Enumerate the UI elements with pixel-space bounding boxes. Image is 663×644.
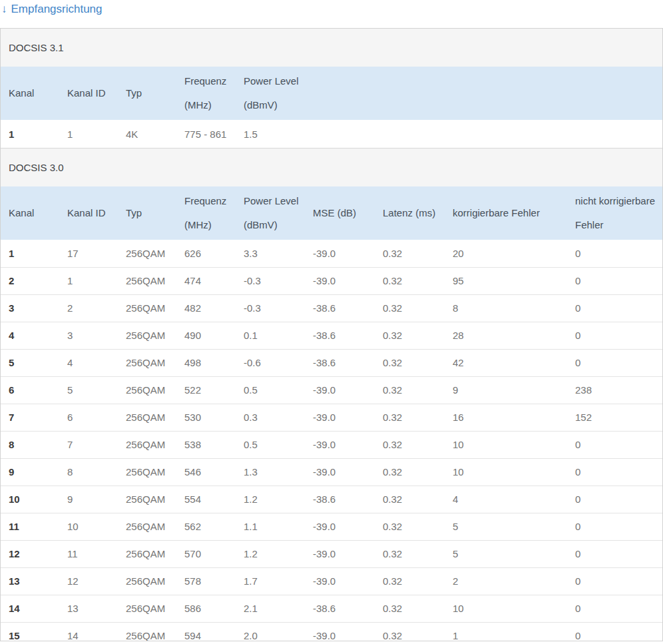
channel-row: 114K775 - 8611.5	[1, 120, 662, 148]
cell-kanal: 3	[1, 294, 59, 322]
cell-nicht-korrigierbare-fehler: 0	[567, 349, 662, 376]
column-header-typ: Typ	[118, 67, 176, 120]
cell-mse: -39.0	[305, 567, 375, 595]
cell-latenz: 0.32	[375, 431, 445, 458]
cell-power-level: 1.1	[236, 513, 305, 540]
cell-kanal: 10	[1, 485, 59, 513]
cell-kanal-id: 4	[59, 349, 118, 376]
cell-latenz: 0.32	[375, 540, 445, 567]
cell-latenz: 0.32	[375, 567, 445, 595]
docsis-30-section: DOCSIS 3.0 KanalKanal IDTypFrequenz(MHz)…	[1, 148, 662, 641]
channel-row: 117256QAM6263.3-39.00.32200	[1, 240, 662, 267]
column-header-power-level: Power Level(dBmV)	[236, 186, 305, 240]
cell-nicht-korrigierbare-fehler: 152	[567, 404, 662, 431]
cell-frequenz: 482	[176, 294, 236, 322]
channel-row: 1312256QAM5781.7-39.00.3220	[1, 567, 662, 595]
cell-latenz: 0.32	[375, 240, 445, 267]
cell-typ: 256QAM	[118, 376, 176, 404]
cell-mse: -39.0	[305, 404, 375, 431]
cell-latenz: 0.32	[375, 485, 445, 513]
docsis-31-body: 114K775 - 8611.5	[1, 120, 662, 148]
channel-row: 1110256QAM5621.1-39.00.3250	[1, 513, 662, 540]
column-header-kanal: Kanal	[1, 186, 59, 240]
cell-kanal-id: 8	[59, 458, 118, 485]
cell-nicht-korrigierbare-fehler: 0	[567, 240, 662, 267]
cell-mse: -38.6	[305, 349, 375, 376]
cell-power-level: 1.3	[236, 458, 305, 485]
cell-korrigierbare-fehler: 10	[445, 595, 567, 622]
cell-power-level: 1.2	[236, 540, 305, 567]
cell-typ: 256QAM	[118, 513, 176, 540]
cell-mse: -39.0	[305, 513, 375, 540]
cell-frequenz: 490	[176, 322, 236, 349]
column-header-mse: MSE (dB)	[305, 186, 375, 240]
cell-mse: -39.0	[305, 540, 375, 567]
cell-kanal-id: 11	[59, 540, 118, 567]
cell-kanal-id: 1	[59, 267, 118, 294]
cell-frequenz: 498	[176, 349, 236, 376]
cell-kanal-id: 12	[59, 567, 118, 595]
cell-frequenz: 474	[176, 267, 236, 294]
cell-latenz: 0.32	[375, 349, 445, 376]
channel-row: 21256QAM474-0.3-39.00.32950	[1, 267, 662, 294]
docsis-31-table: KanalKanal IDTypFrequenz(MHz)Power Level…	[1, 67, 662, 148]
channel-row: 43256QAM4900.1-38.60.32280	[1, 322, 662, 349]
docsis-info-page: ↓Empfangsrichtung DOCSIS 3.1 KanalKanal …	[0, 0, 663, 641]
cell-korrigierbare-fehler: 20	[445, 240, 567, 267]
cell-korrigierbare-fehler: 1	[445, 622, 567, 641]
cell-mse: -39.0	[305, 622, 375, 641]
cell-korrigierbare-fehler: 5	[445, 540, 567, 567]
column-header-typ: Typ	[118, 186, 176, 240]
cell-nicht-korrigierbare-fehler: 238	[567, 376, 662, 404]
cell-frequenz: 570	[176, 540, 236, 567]
cell-kanal-id: 3	[59, 322, 118, 349]
column-header-frequenz: Frequenz(MHz)	[176, 67, 236, 120]
cell-typ: 256QAM	[118, 349, 176, 376]
cell-typ: 256QAM	[118, 595, 176, 622]
cell-korrigierbare-fehler: 95	[445, 267, 567, 294]
cell-frequenz: 578	[176, 567, 236, 595]
cell-kanal-id: 9	[59, 485, 118, 513]
channel-row: 76256QAM5300.3-39.00.3216152	[1, 404, 662, 431]
cell-kanal-id: 14	[59, 622, 118, 641]
cell-typ: 256QAM	[118, 567, 176, 595]
cell-kanal: 5	[1, 349, 59, 376]
column-header-nicht-korrigierbare-fehler: nicht korrigierbareFehler	[567, 186, 662, 240]
cell-power-level: 3.3	[236, 240, 305, 267]
docsis-30-body: 117256QAM6263.3-39.00.3220021256QAM474-0…	[1, 240, 662, 641]
downstream-section-toggle[interactable]: ↓Empfangsrichtung	[1, 3, 103, 16]
cell-typ: 256QAM	[118, 458, 176, 485]
cell-typ: 256QAM	[118, 404, 176, 431]
cell-kanal: 7	[1, 404, 59, 431]
cell-frequenz: 554	[176, 485, 236, 513]
cell-nicht-korrigierbare-fehler: 0	[567, 513, 662, 540]
cell-frequenz: 594	[176, 622, 236, 641]
cell-power-level: 2.1	[236, 595, 305, 622]
section-title: Empfangsrichtung	[11, 3, 103, 15]
cell-nicht-korrigierbare-fehler: 0	[567, 622, 662, 641]
cell-kanal-id: 1	[59, 120, 118, 148]
cell-mse: -39.0	[305, 240, 375, 267]
cell-nicht-korrigierbare-fehler: 0	[567, 595, 662, 622]
cell-kanal: 13	[1, 567, 59, 595]
cell-kanal: 9	[1, 458, 59, 485]
cell-kanal: 4	[1, 322, 59, 349]
cell-nicht-korrigierbare-fehler: 0	[567, 458, 662, 485]
cell-nicht-korrigierbare-fehler: 0	[567, 540, 662, 567]
cell-korrigierbare-fehler: 10	[445, 431, 567, 458]
cell-frequenz: 586	[176, 595, 236, 622]
cell-power-level: 1.7	[236, 567, 305, 595]
cell-kanal: 8	[1, 431, 59, 458]
column-header-kanal: Kanal	[1, 67, 59, 120]
cell-power-level: 0.1	[236, 322, 305, 349]
cell-frequenz: 626	[176, 240, 236, 267]
cell-power-level: 0.3	[236, 404, 305, 431]
docsis-31-section: DOCSIS 3.1 KanalKanal IDTypFrequenz(MHz)…	[1, 29, 662, 148]
column-header-kanal-id: Kanal ID	[59, 67, 118, 120]
cell-mse: -38.6	[305, 322, 375, 349]
channel-row: 109256QAM5541.2-38.60.3240	[1, 485, 662, 513]
column-header-latenz: Latenz (ms)	[375, 186, 445, 240]
column-header-frequenz: Frequenz(MHz)	[176, 186, 236, 240]
cell-nicht-korrigierbare-fehler: 0	[567, 567, 662, 595]
column-header-kanal-id: Kanal ID	[59, 186, 118, 240]
